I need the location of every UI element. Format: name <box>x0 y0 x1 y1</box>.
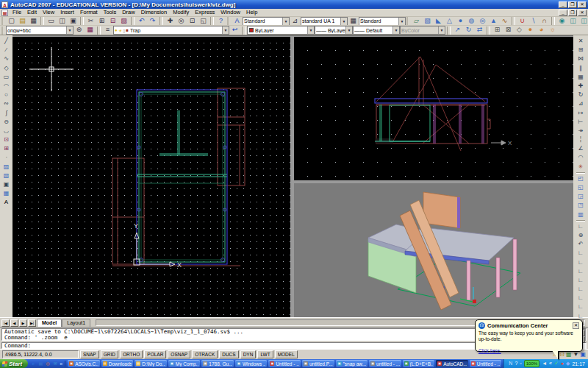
tray-updates-icon[interactable]: ◆ <box>566 360 570 367</box>
menu-file[interactable]: File <box>10 9 24 16</box>
menu-help[interactable]: Help <box>243 9 260 16</box>
color-select[interactable]: ByLayer ▼ <box>247 26 315 35</box>
array-button[interactable]: ▦ <box>576 73 586 82</box>
gradient-button[interactable]: ▧ <box>1 171 12 180</box>
app-minimize-button[interactable]: _ <box>559 1 567 8</box>
status-toggle-button[interactable]: POLAR <box>144 350 166 358</box>
task-untitled-3[interactable]: ▣Untitled - ... <box>470 360 502 367</box>
revision-cloud-button[interactable]: ∾ <box>1 99 12 108</box>
menu-view[interactable]: View <box>40 9 57 16</box>
ucs-view-button[interactable]: ∟ <box>576 267 586 276</box>
helix-button[interactable]: ∿ <box>499 17 510 26</box>
status-toggle-button[interactable]: GRID <box>101 350 118 358</box>
quicklaunch-mail[interactable]: ✉ <box>52 361 58 367</box>
ucs-zaxis-button[interactable]: ∟ <box>576 285 586 294</box>
menu-window[interactable]: Window <box>218 9 243 16</box>
explode-button[interactable]: ✳ <box>576 163 586 171</box>
task-untitled-p[interactable]: ▣untitled.P... <box>302 360 334 367</box>
menu-edit[interactable]: Edit <box>24 9 40 16</box>
trim-button[interactable]: ⊢ <box>576 118 586 127</box>
battery-indicator[interactable]: 100% <box>524 360 539 367</box>
linetype-select[interactable]: —— ByLayer ▼ <box>315 26 353 35</box>
status-toggle-button[interactable]: LWT <box>257 350 273 358</box>
toolbar-grip[interactable] <box>1 26 4 35</box>
ucs-face-button[interactable]: ∟ <box>576 249 586 258</box>
polygon-button[interactable]: ◇ <box>1 64 12 73</box>
layer-properties-button[interactable]: ≡ <box>102 26 113 35</box>
torus-button[interactable]: ◎ <box>477 17 488 26</box>
doc-close-button[interactable]: ✕ <box>578 10 587 16</box>
quicklaunch-show-desktop[interactable]: ▤ <box>37 361 43 367</box>
point-button[interactable]: ∙ <box>1 153 12 162</box>
status-toggle-button[interactable]: DYN <box>240 350 257 358</box>
multiline-text-button[interactable]: A <box>1 198 12 207</box>
tab-nav-prev[interactable]: ◀ <box>10 319 18 327</box>
my-workspace-button[interactable]: ▦ <box>85 26 96 35</box>
status-toggle-button[interactable]: ORTHO <box>120 350 143 358</box>
arc-button[interactable]: ◠ <box>1 82 12 91</box>
menu-express[interactable]: Express <box>192 9 218 16</box>
send-under-button[interactable]: ◳ <box>576 201 586 210</box>
cone-button[interactable]: △ <box>444 17 455 26</box>
quicklaunch-browser[interactable]: e <box>30 361 36 367</box>
menu-dimension[interactable]: Dimension <box>138 9 170 16</box>
draworder-button[interactable]: ▥ <box>576 210 586 219</box>
tab-nav-last[interactable]: ▶| <box>28 319 36 327</box>
task-windows[interactable]: ▣Windows ... <box>235 360 268 367</box>
tray-collapse-icon[interactable]: « <box>549 360 552 367</box>
status-toggle-button[interactable]: DUCS <box>219 350 238 358</box>
plot-button[interactable]: ▭ <box>46 17 57 26</box>
text-style-select[interactable]: Standard ▼ <box>243 17 290 26</box>
open-button[interactable]: ▤ <box>17 17 28 26</box>
sphere-button[interactable]: ● <box>455 17 466 26</box>
offset-button[interactable]: ∥ <box>576 64 586 73</box>
ellipse-button[interactable]: ⊖ <box>1 118 12 127</box>
tray-display-icon[interactable]: ▫ <box>520 360 521 367</box>
break-button[interactable]: ╎ <box>576 135 586 144</box>
paste-button[interactable]: ⊟ <box>107 17 118 26</box>
doc-minimize-button[interactable]: _ <box>559 10 567 16</box>
viewport-plan[interactable]: X Y <box>12 37 290 317</box>
viewport-elevation[interactable]: X <box>294 37 573 180</box>
erase-button[interactable]: ✕ <box>576 37 586 46</box>
task-my-documents[interactable]: ▤D:\My Do... <box>135 360 167 367</box>
dim-style-select[interactable]: standard UA 1 ▼ <box>301 17 348 26</box>
tray-volume-icon[interactable]: ◄ <box>542 360 547 367</box>
tray-help-icon[interactable]: ? <box>514 360 517 367</box>
toolbar-grip[interactable] <box>227 17 230 25</box>
publish-button[interactable]: ▣ <box>68 17 79 26</box>
ucs-world-button[interactable]: ⊕ <box>576 231 586 240</box>
3d-move-button[interactable]: ↗ <box>452 26 463 35</box>
task-lde[interactable]: ▣(L:D+E+B... <box>403 360 435 367</box>
undo-button[interactable]: ↶ <box>136 17 147 26</box>
polyline-button[interactable]: ∿ <box>1 54 12 63</box>
box-button[interactable]: ▧ <box>422 17 433 26</box>
menu-draw[interactable]: Draw <box>119 9 138 16</box>
construction-line-button[interactable]: ⁄ <box>1 46 12 54</box>
subtract-button[interactable]: ∖ <box>528 17 539 26</box>
tray-messenger-icon[interactable]: ● <box>561 360 564 367</box>
chamfer-button[interactable]: ∠ <box>576 144 586 153</box>
ucs-x-button[interactable]: ∟ <box>576 302 586 311</box>
render-button[interactable]: ☼ <box>547 26 558 35</box>
ucs-object-button[interactable]: ∟ <box>576 258 586 267</box>
hatch-button[interactable]: ▨ <box>1 163 12 171</box>
layer-previous-button[interactable]: ↩ <box>229 26 240 35</box>
save-button[interactable]: ▦ <box>28 17 39 26</box>
rotate-button[interactable]: ↻ <box>576 91 586 99</box>
start-button[interactable]: Start <box>0 359 28 368</box>
union-button[interactable]: ∪ <box>517 17 528 26</box>
task-autocad[interactable]: ▣AutoCAD... <box>436 360 468 367</box>
match-properties-button[interactable]: ▨ <box>118 17 129 26</box>
balloon-click-here-link[interactable]: Click here. <box>478 348 501 353</box>
plot-preview-button[interactable]: ◫ <box>57 17 68 26</box>
tab-nav-next[interactable]: ▶ <box>19 319 27 327</box>
extend-button[interactable]: ↠ <box>576 127 586 135</box>
scale-button[interactable]: ⊿ <box>576 99 586 108</box>
title-bar[interactable]: A AutoCAD 2007 - EDUCATIONAL VERSION - [… <box>0 0 588 9</box>
move-button[interactable]: ✚ <box>576 82 586 91</box>
3d-orbit-button[interactable]: ◉ <box>556 17 567 26</box>
circle-button[interactable]: ○ <box>1 91 12 99</box>
app-close-button[interactable]: ✕ <box>578 1 587 8</box>
tray-antivirus-icon[interactable]: ✓ <box>554 360 559 367</box>
